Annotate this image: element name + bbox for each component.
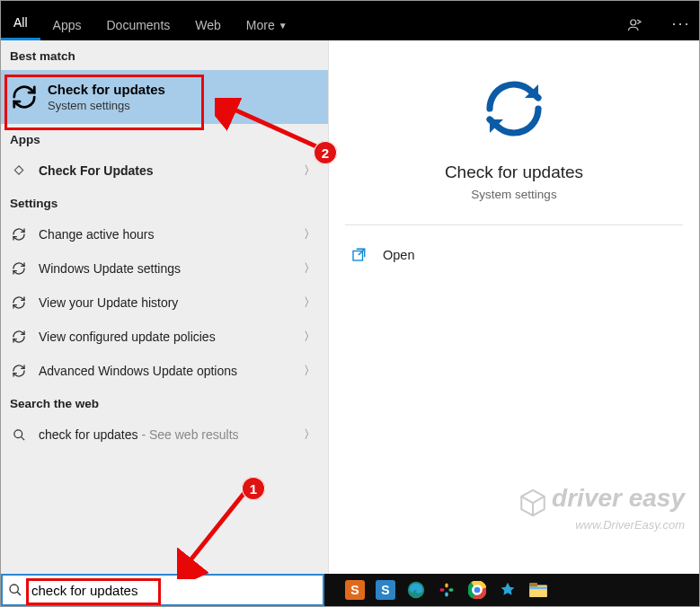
result-label: Check For Updates <box>39 163 304 178</box>
result-setting-change-active-hours[interactable]: Change active hours 〉 <box>1 217 328 251</box>
chevron-right-icon: 〉 <box>304 329 323 345</box>
svg-rect-10 <box>449 588 454 591</box>
chevron-down-icon: ▼ <box>279 21 288 31</box>
preview-title: Check for updates <box>329 163 699 182</box>
svg-rect-11 <box>445 584 447 588</box>
open-icon <box>350 247 370 263</box>
search-icon <box>8 428 30 442</box>
best-match-item[interactable]: Check for updates System settings <box>1 70 328 124</box>
search-scope-tabs: All Apps Documents Web More ▼ ··· <box>1 1 699 40</box>
svg-point-17 <box>474 587 481 594</box>
result-preview: Check for updates System settings Open d… <box>328 40 699 575</box>
tab-web[interactable]: Web <box>182 9 234 40</box>
section-search-web: Search the web <box>1 388 328 418</box>
chevron-right-icon: 〉 <box>304 260 323 277</box>
tab-documents[interactable]: Documents <box>93 9 182 40</box>
result-app-check-for-updates[interactable]: Check For Updates 〉 <box>1 154 328 188</box>
taskbar: S S <box>1 574 699 606</box>
divider <box>345 224 683 225</box>
refresh-icon <box>478 73 550 145</box>
feedback-icon[interactable] <box>627 17 663 40</box>
chevron-right-icon: 〉 <box>304 226 323 242</box>
chevron-right-icon: 〉 <box>304 163 323 179</box>
results-list: Best match Check for updates System sett… <box>1 40 328 575</box>
app-icon <box>8 164 30 177</box>
taskbar-app-edge[interactable] <box>402 577 430 603</box>
svg-rect-19 <box>529 583 537 587</box>
refresh-icon <box>8 330 30 344</box>
preview-subtitle: System settings <box>329 188 699 201</box>
section-settings: Settings <box>1 188 328 217</box>
svg-point-0 <box>631 20 636 25</box>
annotation-badge-2: 2 <box>314 141 337 164</box>
result-label: View configured update policies <box>39 330 304 344</box>
web-suffix: - See web results <box>138 427 239 442</box>
result-label: View your Update history <box>39 295 304 310</box>
refresh-icon <box>8 227 30 242</box>
search-icon <box>8 583 26 597</box>
more-options-icon[interactable]: ··· <box>663 14 699 40</box>
result-setting-view-configured-policies[interactable]: View configured update policies 〉 <box>1 320 328 354</box>
taskbar-search[interactable] <box>1 574 324 606</box>
refresh-icon <box>8 295 30 310</box>
chevron-right-icon: 〉 <box>304 363 323 379</box>
taskbar-app-snagit-editor[interactable]: S <box>371 577 400 603</box>
search-input[interactable] <box>31 576 323 604</box>
svg-rect-12 <box>445 593 447 597</box>
watermark: driver easy www.DriverEasy.com <box>518 484 685 532</box>
result-setting-windows-update-settings[interactable]: Windows Update settings 〉 <box>1 251 328 286</box>
tab-all[interactable]: All <box>1 6 40 40</box>
result-setting-advanced-update-options[interactable]: Advanced Windows Update options 〉 <box>1 354 328 388</box>
tab-more[interactable]: More ▼ <box>234 9 300 40</box>
chevron-right-icon: 〉 <box>304 427 323 443</box>
taskbar-app-snagit[interactable]: S <box>341 577 369 603</box>
svg-text:S: S <box>381 583 389 597</box>
action-open[interactable]: Open <box>345 240 683 270</box>
best-match-subtitle: System settings <box>48 99 165 112</box>
refresh-icon <box>8 81 40 113</box>
tab-apps[interactable]: Apps <box>40 9 94 40</box>
svg-point-3 <box>10 585 18 593</box>
result-label: Advanced Windows Update options <box>39 364 304 378</box>
action-open-label: Open <box>383 248 414 262</box>
result-label: Change active hours <box>39 227 304 242</box>
refresh-icon <box>8 261 30 276</box>
section-best-match: Best match <box>1 40 328 70</box>
taskbar-app-slack[interactable] <box>432 577 461 603</box>
refresh-icon <box>8 364 30 378</box>
chevron-right-icon: 〉 <box>304 295 323 311</box>
taskbar-app-generic[interactable] <box>493 577 522 603</box>
best-match-title: Check for updates <box>48 82 165 97</box>
result-setting-view-update-history[interactable]: View your Update history 〉 <box>1 286 328 320</box>
result-label: Windows Update settings <box>39 261 304 276</box>
result-label: check for updates - See web results <box>39 427 304 442</box>
taskbar-app-chrome[interactable] <box>463 577 492 603</box>
svg-point-1 <box>13 429 22 437</box>
section-apps: Apps <box>1 124 328 154</box>
svg-text:S: S <box>350 583 359 597</box>
result-web-search[interactable]: check for updates - See web results 〉 <box>1 418 328 452</box>
annotation-badge-1: 1 <box>242 477 265 500</box>
tab-more-label: More <box>246 18 275 32</box>
taskbar-app-explorer[interactable] <box>524 577 553 603</box>
svg-rect-9 <box>440 588 445 591</box>
web-query: check for updates <box>39 427 138 442</box>
svg-rect-20 <box>529 586 547 589</box>
